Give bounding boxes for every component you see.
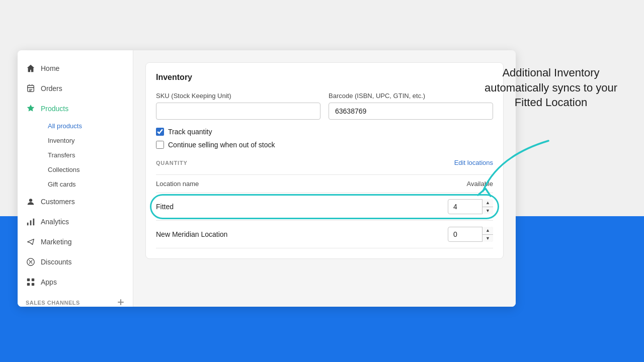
svg-rect-4	[33, 219, 35, 226]
sidebar-item-orders[interactable]: Orders	[18, 78, 133, 99]
sidebar-item-products[interactable]: Products	[18, 99, 133, 119]
outer-wrapper: Home Orders	[0, 0, 644, 362]
barcode-label: Barcode (ISBN, UPC, GTIN, etc.)	[329, 92, 493, 100]
add-sales-channel-button[interactable]	[117, 298, 125, 307]
home-icon	[26, 63, 36, 73]
customers-icon	[26, 197, 36, 207]
orders-icon	[26, 83, 36, 94]
svg-rect-2	[27, 223, 29, 225]
location-col-header: Location name	[156, 180, 199, 188]
products-submenu: All products Inventory Transfers Collect…	[18, 119, 133, 192]
submenu-all-products[interactable]: All products	[40, 119, 133, 133]
track-quantity-label[interactable]: Track quantity	[168, 128, 212, 136]
continue-selling-label[interactable]: Continue selling when out of stock	[168, 141, 275, 149]
meridian-location-name: New Meridian Location	[156, 230, 227, 238]
app-window: Home Orders	[18, 50, 516, 307]
quantity-row-fitted: Fitted ▲ ▼	[156, 193, 493, 221]
submenu-collections[interactable]: Collections	[40, 162, 133, 177]
svg-rect-3	[30, 220, 32, 225]
svg-rect-8	[27, 283, 30, 286]
inventory-card: Inventory SKU (Stock Keeping Unit) Barco…	[145, 62, 504, 259]
sku-barcode-row: SKU (Stock Keeping Unit) Barcode (ISBN, …	[156, 92, 493, 120]
submenu-gift-cards[interactable]: Gift cards	[40, 177, 133, 192]
quantity-title: QUANTITY	[156, 160, 188, 166]
meridian-quantity-spinners: ▲ ▼	[482, 227, 493, 242]
annotation-container: Additional Inventory automatically syncs…	[483, 65, 619, 110]
svg-rect-6	[27, 279, 30, 281]
fitted-location-name: Fitted	[156, 203, 174, 211]
annotation-text: Additional Inventory automatically syncs…	[483, 65, 619, 110]
meridian-quantity-up[interactable]: ▲	[482, 227, 493, 235]
barcode-input[interactable]	[329, 103, 493, 120]
track-quantity-checkbox[interactable]	[156, 128, 164, 136]
analytics-icon	[26, 217, 36, 227]
marketing-icon	[26, 237, 36, 247]
svg-rect-7	[32, 279, 34, 281]
sidebar-item-analytics[interactable]: Analytics	[18, 212, 133, 232]
sidebar-item-apps[interactable]: Apps	[18, 272, 133, 292]
annotation-arrow	[468, 136, 558, 206]
quantity-header: QUANTITY Edit locations	[156, 159, 493, 166]
fitted-quantity-down[interactable]: ▼	[482, 207, 493, 215]
sidebar-item-home[interactable]: Home	[18, 58, 133, 78]
submenu-transfers[interactable]: Transfers	[40, 148, 133, 162]
submenu-inventory[interactable]: Inventory	[40, 133, 133, 148]
quantity-table: Location name Available Fitted ▲	[156, 174, 493, 248]
sku-input[interactable]	[156, 103, 320, 120]
sidebar-item-discounts[interactable]: Discounts	[18, 252, 133, 272]
svg-point-1	[29, 199, 32, 202]
products-icon	[26, 104, 36, 114]
sidebar-item-customers[interactable]: Customers	[18, 192, 133, 212]
sales-channels-section: SALES CHANNELS	[18, 292, 133, 307]
sku-label: SKU (Stock Keeping Unit)	[156, 92, 320, 100]
track-quantity-row: Track quantity	[156, 128, 493, 136]
apps-icon	[26, 277, 36, 287]
barcode-group: Barcode (ISBN, UPC, GTIN, etc.)	[329, 92, 493, 120]
continue-selling-row: Continue selling when out of stock	[156, 141, 493, 149]
sidebar: Home Orders	[18, 50, 133, 307]
sku-group: SKU (Stock Keeping Unit)	[156, 92, 320, 120]
sidebar-item-marketing[interactable]: Marketing	[18, 232, 133, 252]
inventory-card-title: Inventory	[156, 73, 493, 82]
main-content: Inventory SKU (Stock Keeping Unit) Barco…	[133, 50, 516, 307]
discounts-icon	[26, 257, 36, 267]
meridian-quantity-wrapper: ▲ ▼	[448, 227, 493, 242]
fitted-highlight-oval	[150, 194, 499, 219]
svg-rect-9	[32, 283, 34, 286]
quantity-row-meridian: New Meridian Location ▲ ▼	[156, 221, 493, 248]
quantity-section: QUANTITY Edit locations Location name Av…	[156, 159, 493, 248]
meridian-quantity-down[interactable]: ▼	[482, 235, 493, 242]
quantity-table-header: Location name Available	[156, 175, 493, 193]
continue-selling-checkbox[interactable]	[156, 141, 164, 149]
